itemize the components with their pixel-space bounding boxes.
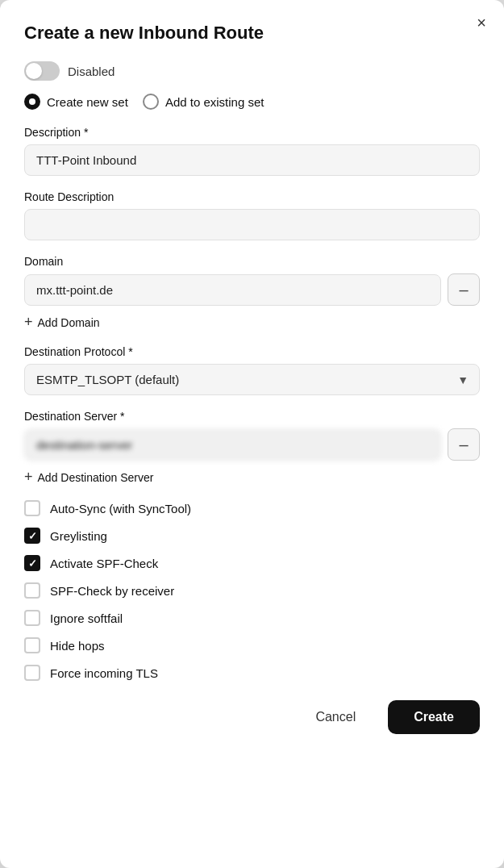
checkbox-activate-spf-box	[24, 555, 40, 571]
add-destination-button[interactable]: + Add Destination Server	[24, 469, 153, 486]
add-destination-label: Add Destination Server	[38, 471, 154, 484]
domain-input[interactable]	[24, 274, 441, 306]
toggle-label: Disabled	[68, 65, 115, 78]
checkbox-spf-check-receiver[interactable]: SPF-Check by receiver	[24, 582, 480, 599]
checkbox-spf-check-receiver-box	[24, 582, 40, 599]
checkbox-greylisting[interactable]: Greylisting	[24, 528, 480, 544]
destination-protocol-wrapper: ESMTP_TLSOPT (default) ESMTP LMTP ▼	[24, 364, 480, 395]
checkbox-greylisting-label: Greylisting	[50, 529, 107, 543]
checkbox-auto-sync-box	[24, 500, 40, 516]
checkbox-ignore-softfail-label: Ignore softfail	[50, 611, 123, 625]
radio-create-new-set[interactable]: Create new set	[24, 94, 128, 110]
destination-server-section: Destination Server * – + Add Destination…	[24, 410, 480, 486]
toggle-row: Disabled	[24, 61, 480, 81]
add-domain-button[interactable]: + Add Domain	[24, 314, 100, 331]
remove-destination-button[interactable]: –	[448, 428, 480, 461]
remove-domain-button[interactable]: –	[448, 273, 480, 306]
checkbox-ignore-softfail[interactable]: Ignore softfail	[24, 610, 480, 626]
domain-label: Domain	[24, 255, 480, 268]
create-button[interactable]: Create	[388, 700, 480, 734]
toggle-knob	[26, 63, 42, 79]
add-destination-plus-icon: +	[24, 469, 33, 486]
modal-container: × Create a new Inbound Route Disabled Cr…	[0, 0, 504, 868]
destination-server-input[interactable]	[24, 429, 441, 461]
checkbox-spf-check-receiver-label: SPF-Check by receiver	[50, 584, 174, 598]
checkbox-auto-sync-label: Auto-Sync (with SyncTool)	[50, 502, 191, 515]
route-description-input[interactable]	[24, 209, 480, 240]
description-section: Description *	[24, 126, 480, 176]
destination-protocol-section: Destination Protocol * ESMTP_TLSOPT (def…	[24, 345, 480, 395]
checkbox-auto-sync[interactable]: Auto-Sync (with SyncTool)	[24, 500, 480, 516]
checkbox-activate-spf-label: Activate SPF-Check	[50, 557, 158, 570]
route-description-label: Route Description	[24, 190, 480, 203]
domain-row: –	[24, 273, 480, 306]
add-domain-label: Add Domain	[38, 316, 100, 329]
domain-section: Domain – + Add Domain	[24, 255, 480, 331]
destination-server-label: Destination Server *	[24, 410, 480, 423]
radio-label-existing: Add to existing set	[165, 95, 264, 109]
checkbox-greylisting-box	[24, 528, 40, 544]
modal-title: Create a new Inbound Route	[24, 23, 480, 44]
close-button[interactable]: ×	[477, 15, 486, 31]
checkbox-activate-spf[interactable]: Activate SPF-Check	[24, 555, 480, 571]
description-label: Description *	[24, 126, 480, 139]
checkbox-section: Auto-Sync (with SyncTool) Greylisting Ac…	[24, 500, 480, 681]
radio-circle-existing	[143, 94, 159, 110]
radio-circle-create	[24, 94, 40, 110]
footer-buttons: Cancel Create	[24, 700, 480, 734]
checkbox-force-tls[interactable]: Force incoming TLS	[24, 665, 480, 681]
checkbox-force-tls-label: Force incoming TLS	[50, 666, 158, 680]
radio-group: Create new set Add to existing set	[24, 94, 480, 110]
destination-server-row: –	[24, 428, 480, 461]
description-input[interactable]	[24, 144, 480, 176]
radio-add-existing-set[interactable]: Add to existing set	[143, 94, 264, 110]
checkbox-force-tls-box	[24, 665, 40, 681]
destination-protocol-label: Destination Protocol *	[24, 345, 480, 358]
checkbox-hide-hops[interactable]: Hide hops	[24, 637, 480, 653]
add-domain-plus-icon: +	[24, 314, 33, 331]
disabled-toggle[interactable]	[24, 61, 60, 81]
destination-protocol-select[interactable]: ESMTP_TLSOPT (default) ESMTP LMTP	[24, 364, 480, 395]
cancel-button[interactable]: Cancel	[293, 700, 378, 734]
checkbox-hide-hops-label: Hide hops	[50, 639, 105, 653]
route-description-section: Route Description	[24, 190, 480, 240]
checkbox-hide-hops-box	[24, 637, 40, 653]
radio-label-create: Create new set	[47, 95, 128, 109]
checkbox-ignore-softfail-box	[24, 610, 40, 626]
